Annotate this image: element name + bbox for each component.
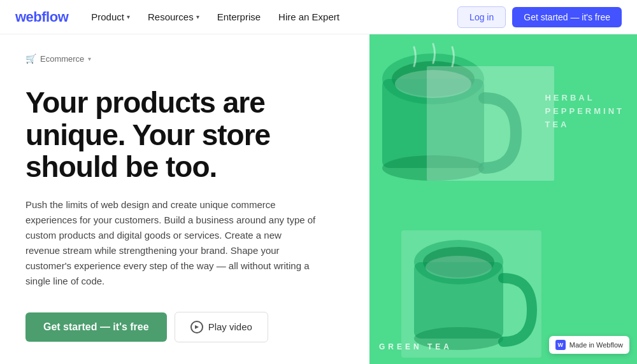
get-started-button[interactable]: Get started — it's free <box>25 312 167 342</box>
hero-description: Push the limits of web design and create… <box>25 197 318 289</box>
overlay-rectangle <box>427 66 554 181</box>
play-video-button[interactable]: ▶ Play video <box>175 312 268 342</box>
herbal-line1: HERBAL <box>545 92 624 105</box>
cart-icon: 🛒 <box>25 53 36 64</box>
chevron-down-icon: ▾ <box>127 13 130 20</box>
nav-actions: Log in Get started — it's free <box>457 6 622 28</box>
left-panel: 🛒 Ecommerce ▾ Your products are unique. … <box>0 34 369 364</box>
herbal-text-overlay: HERBAL PEPPERMINT TEA <box>545 92 624 131</box>
nav-resources-label: Resources <box>148 11 194 22</box>
nav-item-hire-expert[interactable]: Hire an Expert <box>271 8 347 26</box>
nav-cta-button[interactable]: Get started — it's free <box>512 7 622 27</box>
breadcrumb-label: Ecommerce <box>40 54 84 64</box>
login-button[interactable]: Log in <box>457 6 506 28</box>
chevron-down-icon: ▾ <box>88 55 91 62</box>
nav-item-enterprise[interactable]: Enterprise <box>210 8 268 26</box>
chevron-down-icon: ▾ <box>196 13 199 20</box>
nav-enterprise-label: Enterprise <box>217 11 261 22</box>
nav-hire-label: Hire an Expert <box>278 11 340 22</box>
webflow-icon: W <box>555 340 566 350</box>
green-tea-label: GREEN TEA <box>379 342 452 351</box>
navbar: webflow Product ▾ Resources ▾ Enterprise… <box>0 0 637 34</box>
breadcrumb[interactable]: 🛒 Ecommerce ▾ <box>25 53 344 64</box>
nav-item-resources[interactable]: Resources ▾ <box>140 8 207 26</box>
svg-point-9 <box>426 256 492 279</box>
herbal-line2: PEPPERMINT <box>545 105 624 118</box>
made-in-webflow-label: Made in Webflow <box>569 341 623 349</box>
cta-buttons: Get started — it's free ▶ Play video <box>25 312 344 342</box>
mug-card-bottom <box>401 230 541 358</box>
right-panel: HERBAL PEPPERMINT TEA GREEN TEA W Made i… <box>369 34 637 364</box>
mug-bottom-image <box>401 230 541 358</box>
play-icon: ▶ <box>190 321 203 333</box>
hero-title: Your products are unique. Your store sho… <box>25 87 344 183</box>
play-video-label: Play video <box>208 321 252 332</box>
logo[interactable]: webflow <box>15 9 68 25</box>
nav-links: Product ▾ Resources ▾ Enterprise Hire an… <box>83 8 457 26</box>
made-in-webflow-badge[interactable]: W Made in Webflow <box>549 336 629 354</box>
nav-item-product[interactable]: Product ▾ <box>83 8 138 26</box>
nav-product-label: Product <box>91 11 124 22</box>
main-content: 🛒 Ecommerce ▾ Your products are unique. … <box>0 34 637 364</box>
herbal-line3: TEA <box>545 118 624 132</box>
